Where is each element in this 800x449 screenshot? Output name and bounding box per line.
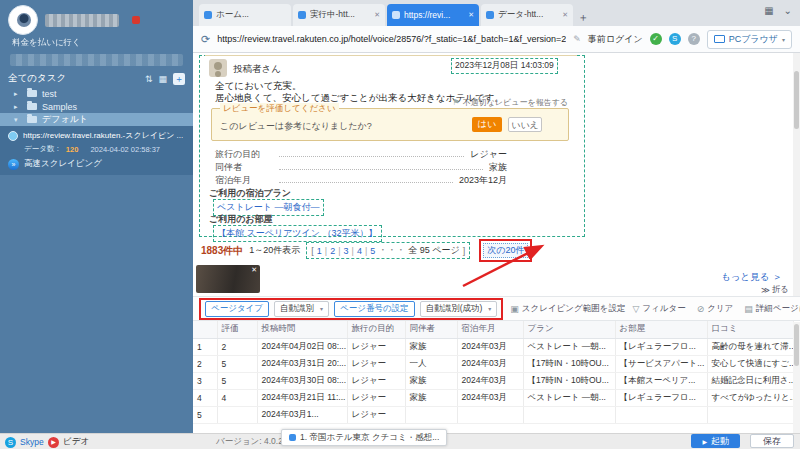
tab-review-page-active[interactable]: https://revi... ✕ <box>387 4 479 26</box>
see-more-link[interactable]: もっと見る ＞ <box>721 271 782 284</box>
next-page-link[interactable]: 次の20件 <box>483 243 528 258</box>
page-type-value: 自動識別 <box>280 303 314 315</box>
tab-label: https://revi... <box>404 10 464 20</box>
close-icon[interactable]: ✕ <box>251 266 257 274</box>
page-link[interactable]: 1 <box>317 246 330 256</box>
report-review-link[interactable]: ⚑ 不適切なレビューを報告する <box>453 97 568 108</box>
table-cell: 2024年03月21日 11:... <box>257 389 347 406</box>
tab-label: データ-htt... <box>498 9 558 21</box>
tab-running[interactable]: 実行中-htt... ✕ <box>293 4 385 26</box>
refresh-icon[interactable]: ⟳ <box>201 33 210 46</box>
chevron-down-icon[interactable]: ⌄ <box>784 5 792 16</box>
see-more-label: もっと見る <box>721 271 769 284</box>
address-input[interactable]: https://review.travel.rakuten.co.jp/hote… <box>217 34 566 44</box>
pay-fees-link[interactable]: 料金を払いに行く <box>0 37 193 49</box>
layout-grid-icon[interactable]: ▦ <box>764 5 773 16</box>
column-header[interactable]: 旅行の目的 <box>347 321 405 338</box>
page-link[interactable]: 5 <box>370 246 375 256</box>
report-review-label: 不適切なレビューを報告する <box>463 97 568 108</box>
octoparse-logo-icon <box>8 5 38 35</box>
clear-button[interactable]: ⊘ クリア <box>697 303 734 315</box>
table-cell: レジャー <box>347 372 405 389</box>
tab-home[interactable]: ホーム... <box>199 4 291 26</box>
octoparse-window: 料金を払いに行く 全てのタスク ⇅ ▦ ＋ ▸ test ▸ Samples ▾… <box>0 0 800 449</box>
running-task-tab[interactable]: 1. 帝国ホテル東京 クチコミ・感想... <box>281 429 447 446</box>
page-links-selected: [ 1 2 3 4 5 ・・・ 全 95 ページ ] <box>306 242 470 259</box>
add-task-button[interactable]: ＋ <box>173 73 185 85</box>
help-icon[interactable]: ? <box>688 33 700 45</box>
page-type-select[interactable]: 自動識別 ▾ <box>274 301 329 317</box>
sidebar-folder-test[interactable]: ▸ test <box>0 87 193 100</box>
tab-favicon <box>298 11 306 19</box>
table-cell: 安心して快適にすご... <box>707 355 793 372</box>
column-header[interactable]: 同伴者 <box>405 321 457 338</box>
table-cell: すべてがゆったりと... <box>707 389 793 406</box>
helpful-question: このレビューは参考になりましたか? <box>220 120 372 133</box>
all-tasks-row[interactable]: 全てのタスク ⇅ ▦ ＋ <box>0 70 193 87</box>
yes-button[interactable]: はい <box>472 117 502 132</box>
page-link[interactable]: 4 <box>357 246 370 256</box>
close-icon[interactable]: ✕ <box>468 11 474 19</box>
launch-button[interactable]: ▶ 起動 <box>691 434 740 448</box>
edit-url-icon[interactable]: ✎ <box>573 34 581 44</box>
table-row[interactable]: 352024年03月30日 08:...レジャー家族2024年03月【17時IN… <box>193 372 793 389</box>
table-cell: 2024年03月 <box>457 338 523 355</box>
collapse-panel-button[interactable]: ≫ 折る <box>758 284 792 296</box>
column-header[interactable]: 宿泊年月 <box>457 321 523 338</box>
new-tab-button[interactable]: ＋ <box>575 8 591 26</box>
detail-value: 2023年12月 <box>459 174 507 187</box>
page-number-select[interactable]: 自動識別(成功) ▾ <box>420 301 498 317</box>
column-header[interactable]: お部屋 <box>615 321 707 338</box>
page-type-button[interactable]: ページタイプ <box>205 301 269 317</box>
pc-browser-button[interactable]: PCブラウザ ▾ <box>707 30 792 49</box>
task-item[interactable]: https://review.travel.rakuten.-スクレイピン ..… <box>0 126 193 175</box>
prelogin-button[interactable]: 事前ログイン <box>588 33 643 46</box>
annotation-box-next-link: 次の20件 <box>479 239 532 262</box>
scrollbar-thumb[interactable] <box>794 71 799 129</box>
page-number-button[interactable]: ページ番号の設定 <box>334 301 415 317</box>
review-date-selected[interactable]: 2023年12月08日 14:03:09 <box>451 58 558 74</box>
annotation-box-page-controls: ページタイプ 自動識別 ▾ ページ番号の設定 自動識別(成功) ▾ <box>199 298 503 320</box>
page-link[interactable]: 3 <box>344 246 357 256</box>
scrollbar-thumb[interactable] <box>794 324 799 366</box>
detail-row: 宿泊年月 2023年12月 <box>215 174 507 186</box>
page-total: 全 95 ページ <box>408 244 459 257</box>
grid-view-icon[interactable]: ▦ <box>158 74 167 84</box>
filter-button[interactable]: ▽ フィルター <box>632 303 685 315</box>
column-header[interactable]: 口コミ <box>707 321 793 338</box>
table-row[interactable]: 52024年03月1...レジャー <box>193 406 793 423</box>
no-button[interactable]: いいえ <box>508 117 542 132</box>
tab-favicon <box>486 11 494 19</box>
page-link[interactable]: 2 <box>330 246 343 256</box>
chevron-down-icon: ▾ <box>488 305 491 312</box>
column-header[interactable]: 投稿時間 <box>257 321 347 338</box>
column-header[interactable]: プラン <box>523 321 615 338</box>
table-row[interactable]: 252024年03月31日 20:...レジャー一人2024年03月【17時IN… <box>193 355 793 372</box>
pc-browser-label: PCブラウザ <box>729 33 778 46</box>
table-row[interactable]: 442024年03月21日 11:...レジャー家族2024年03月ベストレート… <box>193 389 793 406</box>
tab-label: ホーム... <box>216 9 286 21</box>
task-mode-label: 高速スクレイピング <box>24 158 102 170</box>
dotted-leader <box>279 164 483 170</box>
detail-label: 旅行の目的 <box>215 148 273 161</box>
close-icon[interactable]: ✕ <box>562 11 568 19</box>
status-green-icon[interactable]: ✓ <box>650 33 662 45</box>
skype-link[interactable]: S Skype <box>5 434 44 449</box>
goto-detail-page-button[interactable]: ▤ 詳細ページに行く <box>744 303 800 315</box>
table-cell: 一人 <box>405 355 457 372</box>
save-button[interactable]: 保存 <box>750 434 794 448</box>
sidebar-folder-samples[interactable]: ▸ Samples <box>0 100 193 113</box>
hotel-photo-thumbnail[interactable]: ✕ <box>196 265 260 293</box>
panel-scrollbar[interactable] <box>793 322 800 433</box>
s-badge-icon[interactable]: S <box>669 33 681 45</box>
column-header[interactable]: 評価 <box>217 321 257 338</box>
folder-label: デフォルト <box>42 113 88 126</box>
set-scrape-range-button[interactable]: ▣ スクレイピング範囲を設定 <box>510 303 625 315</box>
table-row[interactable]: 122024年04月02日 08:...レジャー家族2024年03月ベストレート… <box>193 338 793 355</box>
page-scrollbar[interactable] <box>793 53 800 296</box>
close-icon[interactable]: ✕ <box>374 11 380 19</box>
sidebar-folder-default[interactable]: ▾ デフォルト <box>0 113 193 126</box>
video-link[interactable]: ▶ ビデオ <box>48 434 89 449</box>
tab-data[interactable]: データ-htt... ✕ <box>481 4 573 26</box>
sort-icon[interactable]: ⇅ <box>145 74 153 84</box>
